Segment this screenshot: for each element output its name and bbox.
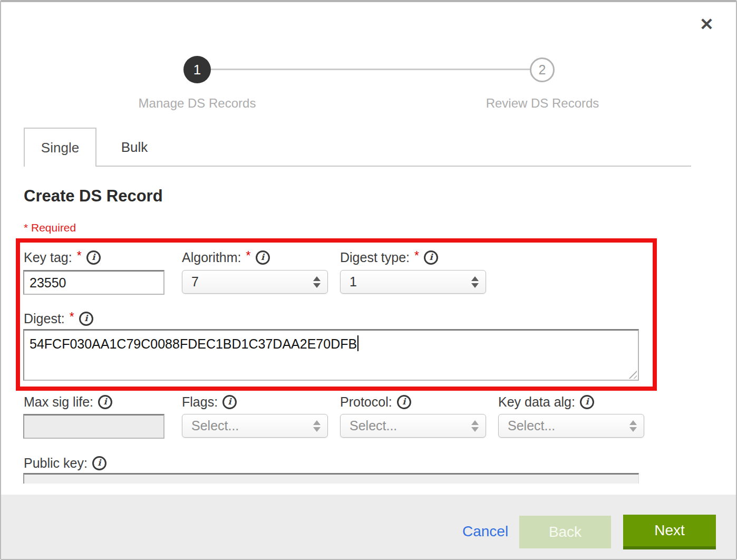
flags-label: Flags: i (182, 393, 237, 410)
flags-select-value: Select... (191, 418, 239, 433)
info-icon[interactable]: i (98, 395, 112, 409)
tab-single[interactable]: Single (24, 128, 96, 167)
info-icon-glyph: i (429, 253, 432, 262)
public-key-textarea[interactable] (23, 473, 639, 484)
flags-select[interactable]: Select... (182, 414, 328, 438)
digest-label-text: Digest: (24, 311, 65, 326)
spinner-arrows-icon (313, 276, 321, 288)
digest-value: 54FCF030AA1C79C0088FDEC1BD1C37DAA2E70DFB (30, 336, 357, 351)
protocol-select-value: Select... (350, 418, 397, 433)
max-sig-life-label-text: Max sig life: (24, 394, 93, 410)
info-icon-glyph: i (84, 314, 88, 323)
public-key-label: Public key: i (24, 455, 106, 471)
protocol-label-text: Protocol: (340, 394, 392, 410)
digest-textarea[interactable]: 54FCF030AA1C79C0088FDEC1BD1C37DAA2E70DFB (23, 329, 639, 381)
digest-type-label: Digest type: * i (340, 249, 438, 266)
algorithm-select[interactable]: 7 (182, 270, 328, 294)
digest-type-select-value: 1 (350, 274, 357, 289)
step-2-label: Review DS Records (458, 96, 627, 111)
info-icon[interactable]: i (92, 456, 106, 470)
stepper-connector-line (211, 69, 530, 70)
create-ds-record-modal: ✕ 1 2 Manage DS Records Review DS Record… (0, 0, 737, 560)
digest-type-select[interactable]: 1 (340, 270, 486, 294)
step-2-circle: 2 (530, 57, 555, 82)
required-asterisk: * (70, 310, 74, 324)
back-button[interactable]: Back (519, 516, 611, 548)
info-icon[interactable]: i (79, 312, 93, 326)
info-icon[interactable]: i (222, 395, 237, 409)
key-data-alg-select-value: Select... (508, 418, 555, 433)
public-key-label-text: Public key: (24, 456, 88, 471)
info-icon-glyph: i (402, 398, 405, 406)
page-title: Create DS Record (24, 187, 163, 206)
protocol-select[interactable]: Select... (340, 414, 486, 438)
info-icon-glyph: i (228, 398, 231, 406)
next-button[interactable]: Next (623, 515, 716, 549)
max-sig-life-input[interactable] (23, 414, 164, 439)
required-note: * Required (24, 221, 76, 234)
algorithm-select-value: 7 (191, 274, 199, 289)
tab-divider-line (24, 166, 691, 167)
required-asterisk: * (414, 249, 419, 263)
info-icon-glyph: i (98, 459, 101, 467)
flags-label-text: Flags: (182, 394, 218, 410)
required-asterisk: * (246, 249, 251, 263)
digest-type-label-text: Digest type: (340, 250, 410, 265)
info-icon-glyph: i (261, 253, 264, 262)
key-tag-label-text: Key tag: (24, 250, 72, 265)
info-icon[interactable]: i (397, 395, 411, 409)
info-icon[interactable]: i (256, 250, 270, 265)
step-1-label: Manage DS Records (113, 96, 282, 111)
key-data-alg-select[interactable]: Select... (498, 414, 644, 438)
key-data-alg-label-text: Key data alg: (498, 394, 575, 410)
key-data-alg-label: Key data alg: i (498, 393, 594, 410)
key-tag-input[interactable] (23, 270, 164, 295)
algorithm-label-text: Algorithm: (182, 250, 241, 265)
spinner-arrows-icon (313, 420, 321, 432)
info-icon[interactable]: i (424, 250, 438, 265)
info-icon[interactable]: i (86, 250, 101, 265)
info-icon-glyph: i (585, 398, 588, 406)
digest-label: Digest: * i (24, 310, 93, 327)
spinner-arrows-icon (471, 276, 479, 288)
protocol-label: Protocol: i (340, 393, 411, 410)
info-icon-glyph: i (103, 398, 106, 406)
close-icon[interactable]: ✕ (700, 16, 714, 33)
spinner-arrows-icon (471, 420, 479, 432)
cancel-link[interactable]: Cancel (462, 523, 508, 540)
step-1-circle: 1 (183, 56, 211, 83)
key-tag-label: Key tag: * i (24, 249, 101, 266)
text-caret (357, 335, 358, 351)
algorithm-label: Algorithm: * i (182, 249, 270, 266)
spinner-arrows-icon (629, 420, 637, 432)
info-icon[interactable]: i (580, 395, 594, 409)
resize-grip-icon[interactable] (627, 369, 637, 379)
max-sig-life-label: Max sig life: i (24, 393, 112, 410)
info-icon-glyph: i (92, 253, 95, 262)
tab-bulk[interactable]: Bulk (98, 129, 171, 166)
required-asterisk: * (77, 249, 82, 263)
